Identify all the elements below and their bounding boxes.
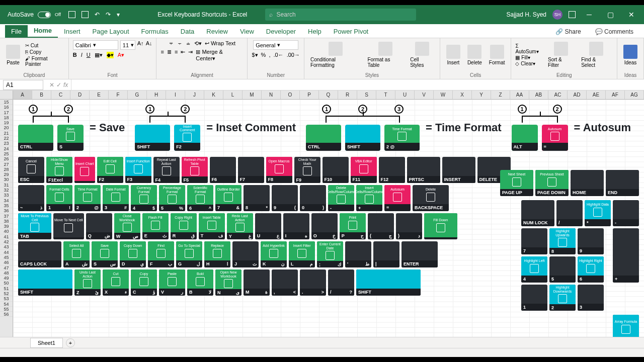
column-header[interactable]: L <box>223 90 243 99</box>
row-header[interactable]: 28 <box>0 167 13 172</box>
increase-font-icon[interactable]: A↑ <box>137 40 144 50</box>
font-name-dropdown[interactable]: Calibri▾ <box>73 40 118 50</box>
sheet-tab-1[interactable]: Sheet1 <box>30 338 63 348</box>
delete-cells-button[interactable]: Delete <box>465 44 484 66</box>
font-color-button[interactable]: A▾ <box>118 52 124 58</box>
column-header[interactable]: AD <box>568 90 587 99</box>
row-header[interactable]: 55 <box>0 307 13 312</box>
avatar[interactable]: SH <box>552 10 562 20</box>
qat-dropdown-icon[interactable]: ▾ <box>117 11 120 18</box>
row-header[interactable]: 24 <box>0 146 13 151</box>
decrease-font-icon[interactable]: A↓ <box>146 40 152 50</box>
cell-styles-button[interactable]: Cell Styles <box>408 41 436 69</box>
row-header[interactable]: 29 <box>0 172 13 177</box>
row-header[interactable]: 17 <box>0 110 13 115</box>
row-header[interactable]: 22 <box>0 136 13 141</box>
row-header[interactable]: 42 <box>0 239 13 244</box>
row-header[interactable]: 47 <box>0 265 13 270</box>
row-header[interactable]: 23 <box>0 141 13 146</box>
row-header[interactable]: 15 <box>0 100 13 105</box>
row-header[interactable]: 16 <box>0 105 13 110</box>
row-header[interactable]: 48 <box>0 270 13 276</box>
search-input[interactable]: ⌕ Search <box>265 9 416 21</box>
tab-home[interactable]: Home <box>28 24 58 38</box>
tab-developer[interactable]: Developer <box>260 25 302 38</box>
save-icon[interactable] <box>68 11 75 18</box>
column-header[interactable]: A <box>13 90 32 99</box>
merge-button[interactable]: ⊞ Merge & Center▾ <box>196 49 243 62</box>
column-header[interactable]: AA <box>510 90 529 99</box>
orientation-icon[interactable]: ⟲▾ <box>194 40 202 47</box>
row-header[interactable]: 45 <box>0 255 13 260</box>
column-header[interactable]: S <box>357 90 376 99</box>
column-header[interactable]: O <box>281 90 300 99</box>
column-header[interactable]: M <box>243 90 262 99</box>
ideas-button[interactable]: Ideas <box>621 44 639 66</box>
qat-icon[interactable] <box>82 11 89 18</box>
row-header[interactable]: 43 <box>0 244 13 249</box>
italic-button[interactable]: I <box>81 52 83 58</box>
row-header[interactable]: 41 <box>0 234 13 239</box>
user-name[interactable]: Sajjad H. Syed <box>507 11 546 18</box>
redo-icon[interactable]: ↷ <box>106 11 111 18</box>
row-header[interactable]: 38 <box>0 219 13 224</box>
row-header[interactable]: 31 <box>0 183 13 188</box>
row-header[interactable]: 35 <box>0 203 13 208</box>
tab-formulas[interactable]: Formulas <box>135 25 175 38</box>
select-all-corner[interactable] <box>0 90 13 99</box>
tab-power-pivot[interactable]: Power Pivot <box>328 25 374 38</box>
format-painter-button[interactable]: 🖌 Format Painter <box>25 56 64 67</box>
font-size-dropdown[interactable]: 11▾ <box>120 40 135 50</box>
row-header[interactable]: 40 <box>0 229 13 234</box>
row-header[interactable]: 26 <box>0 156 13 161</box>
row-header[interactable]: 37 <box>0 214 13 219</box>
tab-data[interactable]: Data <box>175 25 200 38</box>
column-header[interactable]: G <box>128 90 147 99</box>
column-header[interactable]: X <box>453 90 472 99</box>
column-header[interactable]: W <box>434 90 453 99</box>
row-header[interactable]: 20 <box>0 125 13 130</box>
column-header[interactable]: AB <box>529 90 548 99</box>
row-header[interactable]: 53 <box>0 296 13 301</box>
wrap-text-button[interactable]: ↩ Wrap Text <box>205 40 235 47</box>
row-header[interactable]: 18 <box>0 115 13 120</box>
row-header[interactable]: 46 <box>0 260 13 265</box>
autosave-toggle[interactable] <box>38 12 51 18</box>
row-header[interactable]: 56 <box>0 312 13 317</box>
column-header[interactable]: U <box>395 90 415 99</box>
format-as-table-button[interactable]: Format as Table <box>365 41 405 69</box>
insert-cells-button[interactable]: Insert <box>444 44 462 66</box>
row-header[interactable]: 51 <box>0 286 13 291</box>
row-header[interactable]: 19 <box>0 120 13 125</box>
column-header[interactable]: R <box>338 90 357 99</box>
paste-button[interactable]: Paste <box>4 44 22 66</box>
fill-button[interactable]: ▦ Fill▾ <box>515 55 543 60</box>
close-button[interactable]: ✕ <box>624 7 639 22</box>
row-header[interactable]: 44 <box>0 250 13 255</box>
column-header[interactable]: E <box>90 90 109 99</box>
column-header[interactable]: Z <box>491 90 510 99</box>
tab-page-layout[interactable]: Page Layout <box>87 25 135 38</box>
format-cells-button[interactable]: Format <box>487 44 507 66</box>
clear-button[interactable]: ◇ Clear▾ <box>515 61 543 66</box>
autosum-button[interactable]: Σ AutoSum▾ <box>515 43 543 54</box>
bold-button[interactable]: B <box>73 52 77 58</box>
sort-filter-button[interactable]: Sort & Filter <box>546 41 576 69</box>
fx-icon[interactable]: fx <box>63 81 68 88</box>
minimize-button[interactable]: ─ <box>582 7 597 22</box>
enter-formula-icon[interactable]: ✓ <box>56 81 61 88</box>
formula-input[interactable] <box>71 79 644 90</box>
row-header[interactable]: 32 <box>0 188 13 193</box>
column-header[interactable]: P <box>300 90 319 99</box>
tab-view[interactable]: View <box>234 25 260 38</box>
row-header[interactable]: 54 <box>0 302 13 307</box>
tab-help[interactable]: Help <box>302 25 328 38</box>
column-header[interactable]: F <box>109 90 128 99</box>
undo-icon[interactable]: ↶ <box>95 11 100 18</box>
tab-review[interactable]: Review <box>200 25 234 38</box>
number-format-dropdown[interactable]: General▾ <box>253 40 298 50</box>
column-header[interactable]: AF <box>606 90 625 99</box>
fill-color-button[interactable]: ◆▾ <box>107 52 114 58</box>
row-header[interactable]: 25 <box>0 151 13 156</box>
cut-button[interactable]: ✂ Cut <box>25 43 64 48</box>
